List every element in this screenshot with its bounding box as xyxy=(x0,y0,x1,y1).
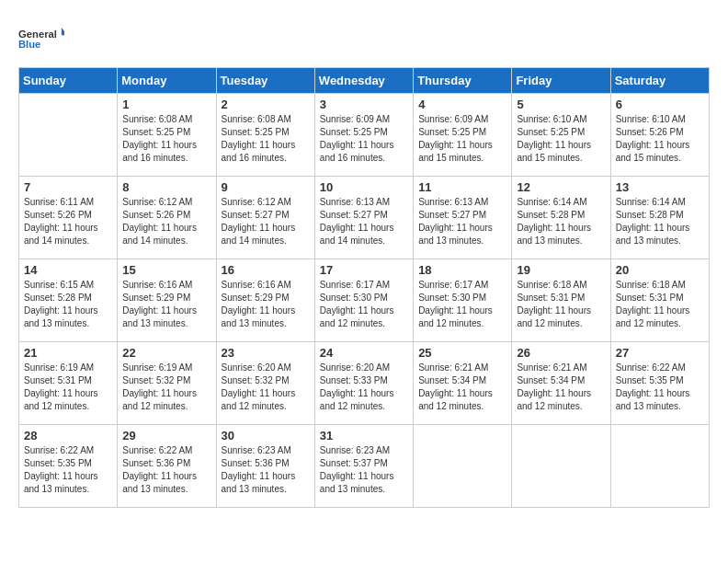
day-info: Sunrise: 6:20 AMSunset: 5:32 PMDaylight:… xyxy=(222,362,310,413)
day-info: Sunrise: 6:19 AMSunset: 5:31 PMDaylight:… xyxy=(24,362,112,413)
day-info: Sunrise: 6:22 AMSunset: 5:35 PMDaylight:… xyxy=(616,362,704,413)
day-info: Sunrise: 6:08 AMSunset: 5:25 PMDaylight:… xyxy=(122,113,210,165)
day-number: 11 xyxy=(418,180,506,194)
day-number: 25 xyxy=(418,346,506,360)
day-number: 7 xyxy=(24,180,112,194)
calendar-cell: 1Sunrise: 6:08 AMSunset: 5:25 PMDaylight… xyxy=(118,94,216,177)
day-number: 14 xyxy=(24,263,112,277)
day-info: Sunrise: 6:12 AMSunset: 5:26 PMDaylight:… xyxy=(122,196,210,247)
calendar-cell: 31Sunrise: 6:23 AMSunset: 5:37 PMDayligh… xyxy=(314,425,413,508)
day-number: 2 xyxy=(222,98,310,111)
calendar-cell: 9Sunrise: 6:12 AMSunset: 5:27 PMDaylight… xyxy=(216,177,314,259)
day-info: Sunrise: 6:09 AMSunset: 5:25 PMDaylight:… xyxy=(320,113,408,165)
calendar-cell: 19Sunrise: 6:18 AMSunset: 5:31 PMDayligh… xyxy=(512,259,610,342)
day-info: Sunrise: 6:12 AMSunset: 5:27 PMDaylight:… xyxy=(222,196,310,247)
calendar-cell xyxy=(19,94,118,177)
week-row-5: 28Sunrise: 6:22 AMSunset: 5:35 PMDayligh… xyxy=(19,425,710,508)
day-number: 24 xyxy=(320,346,408,360)
day-info: Sunrise: 6:16 AMSunset: 5:29 PMDaylight:… xyxy=(122,279,210,330)
calendar-cell: 8Sunrise: 6:12 AMSunset: 5:26 PMDaylight… xyxy=(118,177,216,259)
day-info: Sunrise: 6:20 AMSunset: 5:33 PMDaylight:… xyxy=(320,362,408,413)
calendar-cell: 16Sunrise: 6:16 AMSunset: 5:29 PMDayligh… xyxy=(216,259,314,342)
calendar-cell: 23Sunrise: 6:20 AMSunset: 5:32 PMDayligh… xyxy=(216,342,314,425)
calendar-cell: 26Sunrise: 6:21 AMSunset: 5:34 PMDayligh… xyxy=(512,342,610,425)
day-number: 18 xyxy=(418,263,506,277)
day-info: Sunrise: 6:17 AMSunset: 5:30 PMDaylight:… xyxy=(320,279,408,330)
calendar-cell: 4Sunrise: 6:09 AMSunset: 5:25 PMDaylight… xyxy=(414,94,512,177)
calendar-cell: 11Sunrise: 6:13 AMSunset: 5:27 PMDayligh… xyxy=(414,177,512,259)
day-number: 3 xyxy=(320,98,408,111)
day-info: Sunrise: 6:23 AMSunset: 5:36 PMDaylight:… xyxy=(222,444,310,496)
week-row-2: 7Sunrise: 6:11 AMSunset: 5:26 PMDaylight… xyxy=(19,177,710,259)
day-info: Sunrise: 6:10 AMSunset: 5:26 PMDaylight:… xyxy=(616,113,704,165)
day-info: Sunrise: 6:18 AMSunset: 5:31 PMDaylight:… xyxy=(616,279,704,330)
day-info: Sunrise: 6:10 AMSunset: 5:25 PMDaylight:… xyxy=(517,113,605,165)
day-info: Sunrise: 6:19 AMSunset: 5:32 PMDaylight:… xyxy=(122,362,210,413)
calendar-table: SundayMondayTuesdayWednesdayThursdayFrid… xyxy=(18,67,710,508)
calendar-cell xyxy=(512,425,610,508)
calendar-cell: 30Sunrise: 6:23 AMSunset: 5:36 PMDayligh… xyxy=(216,425,314,508)
day-info: Sunrise: 6:22 AMSunset: 5:36 PMDaylight:… xyxy=(122,444,210,496)
calendar-cell: 10Sunrise: 6:13 AMSunset: 5:27 PMDayligh… xyxy=(314,177,413,259)
week-row-1: 1Sunrise: 6:08 AMSunset: 5:25 PMDaylight… xyxy=(19,94,710,177)
calendar-cell: 27Sunrise: 6:22 AMSunset: 5:35 PMDayligh… xyxy=(610,342,709,425)
day-info: Sunrise: 6:17 AMSunset: 5:30 PMDaylight:… xyxy=(418,279,506,330)
day-number: 28 xyxy=(24,429,112,442)
calendar-cell: 21Sunrise: 6:19 AMSunset: 5:31 PMDayligh… xyxy=(19,342,118,425)
logo-svg: General Blue xyxy=(18,18,64,60)
day-number: 27 xyxy=(616,346,704,360)
day-number: 8 xyxy=(122,180,210,194)
day-info: Sunrise: 6:21 AMSunset: 5:34 PMDaylight:… xyxy=(418,362,506,413)
calendar-cell: 28Sunrise: 6:22 AMSunset: 5:35 PMDayligh… xyxy=(19,425,118,508)
day-number: 5 xyxy=(517,98,605,111)
day-info: Sunrise: 6:21 AMSunset: 5:34 PMDaylight:… xyxy=(517,362,605,413)
calendar-cell: 25Sunrise: 6:21 AMSunset: 5:34 PMDayligh… xyxy=(414,342,512,425)
calendar-cell: 29Sunrise: 6:22 AMSunset: 5:36 PMDayligh… xyxy=(118,425,216,508)
calendar-cell: 24Sunrise: 6:20 AMSunset: 5:33 PMDayligh… xyxy=(314,342,413,425)
week-row-3: 14Sunrise: 6:15 AMSunset: 5:28 PMDayligh… xyxy=(19,259,710,342)
day-number: 26 xyxy=(517,346,605,360)
svg-text:General: General xyxy=(18,29,57,40)
day-number: 22 xyxy=(122,346,210,360)
day-info: Sunrise: 6:14 AMSunset: 5:28 PMDaylight:… xyxy=(517,196,605,247)
day-number: 21 xyxy=(24,346,112,360)
calendar-cell: 18Sunrise: 6:17 AMSunset: 5:30 PMDayligh… xyxy=(414,259,512,342)
calendar-cell: 5Sunrise: 6:10 AMSunset: 5:25 PMDaylight… xyxy=(512,94,610,177)
calendar-header-row: SundayMondayTuesdayWednesdayThursdayFrid… xyxy=(19,68,710,94)
day-number: 9 xyxy=(222,180,310,194)
calendar-cell: 6Sunrise: 6:10 AMSunset: 5:26 PMDaylight… xyxy=(610,94,709,177)
header-friday: Friday xyxy=(512,68,610,94)
header-monday: Monday xyxy=(118,68,216,94)
week-row-4: 21Sunrise: 6:19 AMSunset: 5:31 PMDayligh… xyxy=(19,342,710,425)
day-info: Sunrise: 6:11 AMSunset: 5:26 PMDaylight:… xyxy=(24,196,112,247)
calendar-cell: 3Sunrise: 6:09 AMSunset: 5:25 PMDaylight… xyxy=(314,94,413,177)
day-number: 15 xyxy=(122,263,210,277)
day-number: 30 xyxy=(222,429,310,442)
day-number: 20 xyxy=(616,263,704,277)
svg-marker-2 xyxy=(62,28,64,35)
calendar-cell: 17Sunrise: 6:17 AMSunset: 5:30 PMDayligh… xyxy=(314,259,413,342)
day-number: 19 xyxy=(517,263,605,277)
calendar-cell: 14Sunrise: 6:15 AMSunset: 5:28 PMDayligh… xyxy=(19,259,118,342)
day-info: Sunrise: 6:15 AMSunset: 5:28 PMDaylight:… xyxy=(24,279,112,330)
header-sunday: Sunday xyxy=(19,68,118,94)
calendar-cell: 7Sunrise: 6:11 AMSunset: 5:26 PMDaylight… xyxy=(19,177,118,259)
calendar-cell xyxy=(610,425,709,508)
calendar-cell: 13Sunrise: 6:14 AMSunset: 5:28 PMDayligh… xyxy=(610,177,709,259)
calendar-cell: 20Sunrise: 6:18 AMSunset: 5:31 PMDayligh… xyxy=(610,259,709,342)
day-number: 12 xyxy=(517,180,605,194)
day-info: Sunrise: 6:22 AMSunset: 5:35 PMDaylight:… xyxy=(24,444,112,496)
day-number: 17 xyxy=(320,263,408,277)
calendar-cell: 15Sunrise: 6:16 AMSunset: 5:29 PMDayligh… xyxy=(118,259,216,342)
day-number: 23 xyxy=(222,346,310,360)
header-thursday: Thursday xyxy=(414,68,512,94)
day-number: 1 xyxy=(122,98,210,111)
logo: General Blue xyxy=(18,18,64,60)
day-info: Sunrise: 6:16 AMSunset: 5:29 PMDaylight:… xyxy=(222,279,310,330)
day-number: 6 xyxy=(616,98,704,111)
header-wednesday: Wednesday xyxy=(314,68,413,94)
page-header: General Blue xyxy=(18,18,710,60)
day-number: 4 xyxy=(418,98,506,111)
day-info: Sunrise: 6:09 AMSunset: 5:25 PMDaylight:… xyxy=(418,113,506,165)
calendar-cell xyxy=(414,425,512,508)
